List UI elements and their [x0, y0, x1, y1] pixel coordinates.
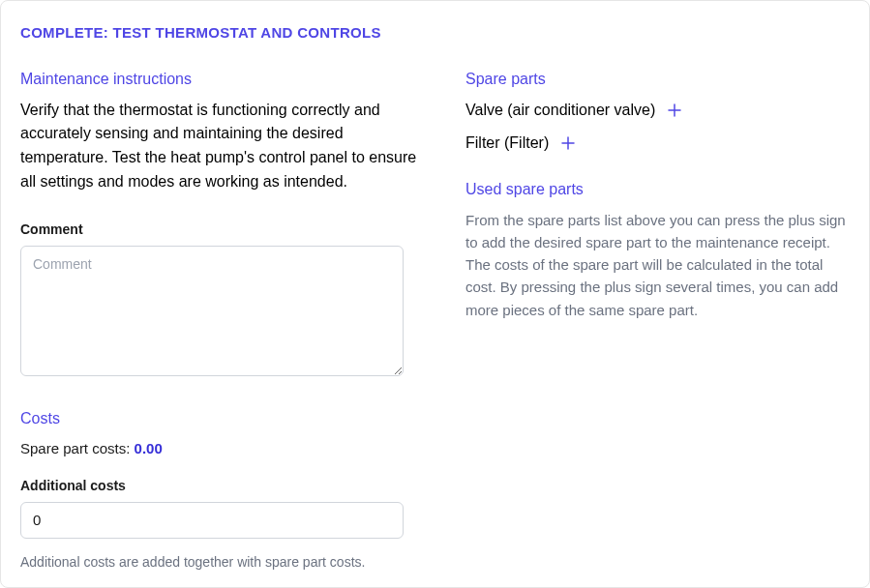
- additional-costs-input[interactable]: [20, 502, 404, 539]
- add-spare-part-button[interactable]: [558, 133, 578, 153]
- columns-layout: Maintenance instructions Verify that the…: [20, 68, 850, 589]
- instructions-heading: Maintenance instructions: [20, 68, 427, 91]
- spare-cost-value: 0.00: [135, 440, 163, 456]
- spare-parts-heading: Spare parts: [465, 68, 850, 91]
- comment-textarea[interactable]: [20, 246, 404, 376]
- add-spare-part-button[interactable]: [665, 101, 684, 120]
- spare-parts-list: Valve (air conditioner valve) Filter (Fi…: [465, 99, 850, 155]
- page-title: COMPLETE: TEST THERMOSTAT AND CONTROLS: [20, 22, 850, 44]
- spare-part-item: Filter (Filter): [465, 132, 850, 155]
- spare-part-label: Valve (air conditioner valve): [465, 99, 655, 122]
- used-parts-desc: From the spare parts list above you can …: [465, 209, 850, 321]
- additional-costs-help: Additional costs are added together with…: [20, 552, 427, 573]
- costs-heading: Costs: [20, 407, 427, 430]
- instructions-text: Verify that the thermostat is functionin…: [20, 99, 427, 194]
- spare-part-item: Valve (air conditioner valve): [465, 99, 850, 122]
- spare-cost-label: Spare part costs:: [20, 440, 135, 456]
- plus-icon: [666, 102, 683, 119]
- spare-part-label: Filter (Filter): [465, 132, 549, 155]
- costs-section: Costs Spare part costs: 0.00 Additional …: [20, 407, 427, 588]
- plus-icon: [559, 134, 577, 152]
- additional-costs-label: Additional costs: [20, 476, 427, 496]
- used-parts-heading: Used spare parts: [465, 178, 850, 201]
- left-column: Maintenance instructions Verify that the…: [20, 68, 427, 589]
- spare-cost-line: Spare part costs: 0.00: [20, 438, 427, 460]
- right-column: Spare parts Valve (air conditioner valve…: [465, 68, 850, 589]
- maintenance-form-card: COMPLETE: TEST THERMOSTAT AND CONTROLS M…: [0, 0, 870, 588]
- comment-label: Comment: [20, 220, 427, 240]
